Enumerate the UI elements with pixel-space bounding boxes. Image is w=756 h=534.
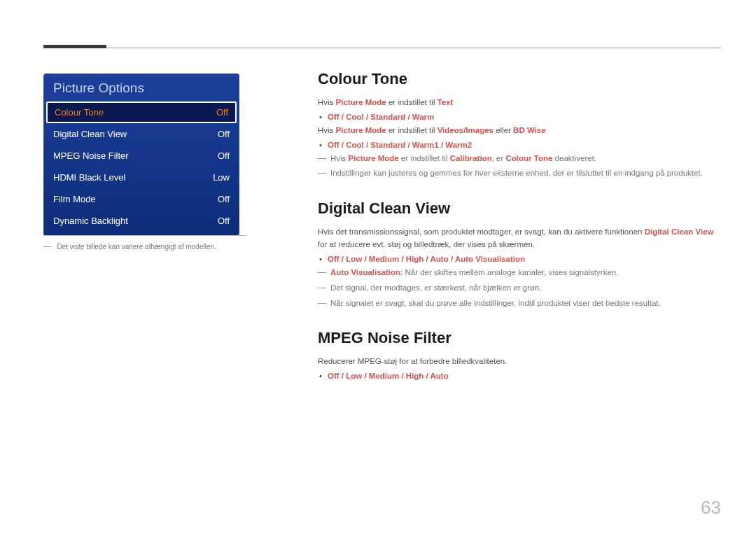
menu-row-label: Dynamic Backlight <box>53 216 128 226</box>
section-mpeg: MPEG Noise Filter Reducerer MPEG-støj fo… <box>318 329 717 380</box>
menu-row-dynamic-backlight[interactable]: Dynamic BacklightOff <box>43 210 239 232</box>
ct-bullet1: Off / Cool / Standard / Warm <box>328 113 717 121</box>
content-column: Colour Tone Hvis Picture Mode er indstil… <box>318 70 717 400</box>
menu-row-colour-tone[interactable]: Colour ToneOff <box>46 101 237 123</box>
red-text: Auto Visualisation <box>330 268 400 276</box>
menu-row-value: Off <box>216 107 228 118</box>
ct-bullet2: Off / Cool / Standard / Warm1 / Warm2 <box>328 141 717 149</box>
red-text: Digital Clean View <box>645 227 714 236</box>
section-colour-tone: Colour Tone Hvis Picture Mode er indstil… <box>318 70 717 180</box>
red-text: Videos/Images <box>438 126 493 134</box>
menu-row-value: Low <box>213 172 230 183</box>
ct-line1: Hvis Picture Mode er indstillet til Text <box>318 97 717 109</box>
dcv-bullet1: Off / Low / Medium / High / Auto / Auto … <box>328 255 717 263</box>
dcv-dash3: Når signalet er svagt, skal du prøve all… <box>318 297 717 310</box>
text: Hvis <box>318 126 336 134</box>
red-text: Text <box>438 98 454 106</box>
menu-row-label: HDMI Black Level <box>53 172 125 183</box>
heading-colour-tone: Colour Tone <box>318 70 717 88</box>
red-text: Off / Cool / Standard / Warm1 / Warm2 <box>328 141 472 149</box>
menu-row-label: MPEG Noise Filter <box>53 150 129 161</box>
text: er indstillet til <box>399 154 450 162</box>
panel-footnote: ― Det viste billede kan variere afhængig… <box>43 235 246 252</box>
picture-options-panel: Picture Options Colour ToneOffDigital Cl… <box>43 73 239 236</box>
text: er indstillet til <box>386 98 438 106</box>
red-text: BD Wise <box>513 126 546 134</box>
page-top-tab <box>43 45 106 48</box>
red-text: Off / Low / Medium / High / Auto / Auto … <box>328 255 525 263</box>
footnote-text: Det viste billede kan variere afhængigt … <box>57 243 216 251</box>
text: deaktiveret. <box>552 154 596 162</box>
text: : Når der skiftes mellem analoge kanaler… <box>400 268 618 276</box>
heading-dcv: Digital Clean View <box>318 199 717 218</box>
page-top-rule <box>43 48 721 48</box>
dcv-intro: Hvis det transmissionssignal, som produk… <box>318 226 717 251</box>
section-digital-clean-view: Digital Clean View Hvis det transmission… <box>318 199 717 309</box>
dcv-dash2: Det signal, der modtages, er stærkest, n… <box>318 282 717 295</box>
ct-line2: Hvis Picture Mode er indstillet til Vide… <box>318 125 717 137</box>
text: , er <box>492 154 506 162</box>
red-text: Off / Low / Medium / High / Auto <box>328 372 449 380</box>
red-text: Picture Mode <box>336 126 386 134</box>
menu-row-value: Off <box>218 150 230 161</box>
mpeg-intro: Reducerer MPEG-støj for at forbedre bill… <box>318 356 717 368</box>
page-number: 63 <box>701 497 721 519</box>
ct-dash2: Indstillinger kan justeres og gemmes for… <box>318 167 717 180</box>
red-text: Off / Cool / Standard / Warm <box>328 113 434 121</box>
menu-row-label: Digital Clean View <box>53 129 127 139</box>
text: er indstillet til <box>386 126 438 134</box>
red-text: Picture Mode <box>349 154 399 162</box>
red-text: Colour Tone <box>506 154 553 162</box>
menu-row-label: Film Mode <box>53 194 96 204</box>
heading-mpeg: MPEG Noise Filter <box>318 329 717 347</box>
mpeg-bullet1: Off / Low / Medium / High / Auto <box>328 372 717 380</box>
text: for at reducere evt. støj og billedtræk,… <box>318 240 535 248</box>
panel-title: Picture Options <box>43 73 239 101</box>
text: eller <box>493 126 513 134</box>
dcv-dash1: Auto Visualisation: Når der skiftes mell… <box>318 267 717 279</box>
footnote-dash: ― <box>43 241 51 250</box>
menu-row-mpeg-noise-filter[interactable]: MPEG Noise FilterOff <box>43 145 239 167</box>
menu-row-value: Off <box>218 194 230 204</box>
menu-row-value: Off <box>218 216 230 226</box>
ct-dash1: Hvis Picture Mode er indstillet til Cali… <box>318 153 717 165</box>
menu-row-film-mode[interactable]: Film ModeOff <box>43 188 239 210</box>
red-text: Calibration <box>450 154 492 162</box>
menu-row-label: Colour Tone <box>55 107 104 118</box>
text: Hvis det transmissionssignal, som produk… <box>318 227 645 236</box>
text: Hvis <box>330 154 349 162</box>
menu-row-digital-clean-view[interactable]: Digital Clean ViewOff <box>43 123 239 145</box>
text: Hvis <box>318 98 336 106</box>
red-text: Picture Mode <box>336 98 386 106</box>
menu-row-value: Off <box>218 129 230 139</box>
menu-row-hdmi-black-level[interactable]: HDMI Black LevelLow <box>43 167 239 188</box>
